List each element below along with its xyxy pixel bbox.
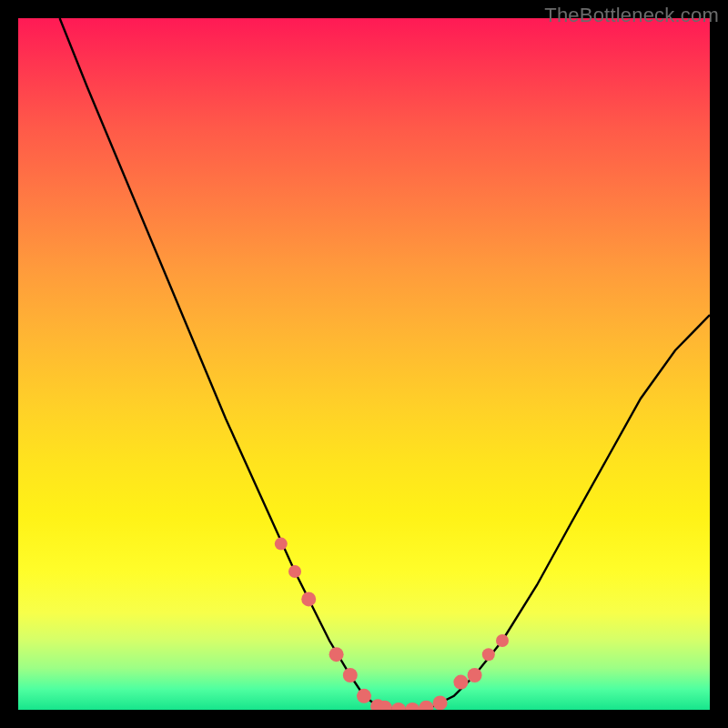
plot-area xyxy=(18,18,710,710)
svg-point-4 xyxy=(343,668,358,682)
svg-point-0 xyxy=(275,538,288,551)
svg-point-15 xyxy=(496,634,509,647)
curve-layer xyxy=(18,18,710,710)
svg-point-5 xyxy=(357,689,371,703)
svg-point-9 xyxy=(405,703,420,710)
svg-point-12 xyxy=(453,675,468,690)
svg-point-14 xyxy=(482,648,495,661)
highlight-dots-group xyxy=(275,538,509,710)
bottleneck-curve-path xyxy=(60,18,710,710)
svg-point-11 xyxy=(433,695,448,710)
watermark-text: TheBottleneck.com xyxy=(544,4,719,27)
svg-point-2 xyxy=(301,592,316,606)
svg-point-1 xyxy=(288,565,301,578)
svg-point-3 xyxy=(329,647,344,662)
svg-point-10 xyxy=(419,701,433,710)
svg-point-13 xyxy=(468,668,482,682)
svg-point-8 xyxy=(391,703,406,710)
chart-frame: TheBottleneck.com xyxy=(0,0,728,728)
